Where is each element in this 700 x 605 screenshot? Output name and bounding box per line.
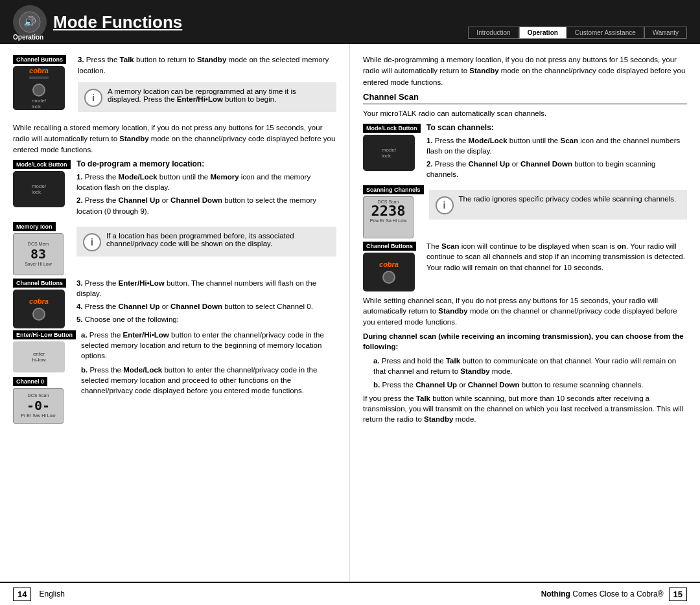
device-knob-2 <box>32 308 45 321</box>
cobra-device-1: cobra mode/lock <box>13 66 65 110</box>
header-nav: Introduction Operation Customer Assistan… <box>468 0 687 44</box>
to-scan-heading: To scan channels: <box>426 123 687 132</box>
sub-steps-row: Enter/Hi-Low Button enterhi-low Channel … <box>13 330 336 424</box>
deprogram-section: Mode/Lock Button mode/lock To de-program… <box>13 159 336 218</box>
deprog-para: While de-programming a memory location, … <box>363 54 687 88</box>
memory-radio-display: DCS Mem 83 Saver Hi Low <box>13 233 64 275</box>
info-icon-2: i <box>83 233 101 251</box>
info-box-2-col: i If a location has been programmed befo… <box>76 222 336 275</box>
footer-left: 14 English <box>0 588 350 601</box>
main-content: Channel Buttons cobra mode/lock 3. Press… <box>0 44 700 582</box>
step4-deprogram: 4. Press the Channel Up or Channel Down … <box>76 301 336 312</box>
device-label-mode: mode/lock <box>32 98 46 109</box>
sub-steps-text: a. Press the Enter/Hi•Low button to ente… <box>81 330 336 424</box>
step3-para: 3. Press the Talk button to return to St… <box>78 54 336 77</box>
language-label: English <box>39 589 64 599</box>
deprogram-steps: To de-program a memory location: 1. Pres… <box>76 159 336 218</box>
channel-scan-heading: Channel Scan <box>363 92 687 104</box>
page-left: Channel Buttons cobra mode/lock 3. Press… <box>0 44 350 582</box>
footer-brand-text: Nothing Comes Close to a Cobra® <box>541 589 664 599</box>
scanning-icon-col: Scanning Channels DCS Scan 2238 Pow Er S… <box>363 185 424 238</box>
device-knob <box>32 84 45 97</box>
cobra-device-2: mode/lock <box>13 171 65 207</box>
mode-lock-text-r: mode/lock <box>382 147 396 159</box>
footer-right: Nothing Comes Close to a Cobra® 15 <box>350 588 700 601</box>
device-knob-3 <box>382 271 395 284</box>
scan-icon-para: The Scan icon will continue to be displa… <box>426 241 687 272</box>
scan-intro: Your microTALK radio can automatically s… <box>363 108 687 119</box>
channel-buttons-icon-col: Channel Buttons cobra <box>363 241 421 291</box>
info-text-1: A memory location can be reprogrammed at… <box>108 87 330 103</box>
scan-icon-col: Mode/Lock Button mode/lock <box>363 123 421 182</box>
enter-hilow-device: enterhi-low <box>13 341 65 372</box>
cobra-device-4: mode/lock <box>363 135 415 171</box>
during-bold-para: During channel scan (while receiving an … <box>363 331 687 352</box>
step3-deprogram: 3. Press the Enter/Hi•Low button. The ch… <box>76 278 336 299</box>
scan-steps-text: To scan channels: 1. Press the Mode/Lock… <box>426 123 687 182</box>
memory-icon-label: Memory Icon <box>13 222 56 231</box>
mode-lock-text: mode/lock <box>32 183 46 195</box>
scan-step2: 2. Press the Channel Up or Channel Down … <box>426 159 687 179</box>
cobra-device-5: cobra <box>363 253 415 291</box>
deprogram-heading: To de-program a memory location: <box>76 159 336 168</box>
memory-screen: DCS Mem 83 Saver Hi Low <box>25 242 52 266</box>
sub-b-scan: b. Press the Channel Up or Channel Down … <box>363 380 687 390</box>
memory-icon-row: Memory Icon DCS Mem 83 Saver Hi Low i If… <box>13 222 336 275</box>
page-right: While de-programming a memory location, … <box>350 44 700 582</box>
page-header: 🔊 Mode Functions Operation Introduction … <box>0 0 700 44</box>
header-section-left: Operation <box>13 34 43 41</box>
info-icon-scan: i <box>436 196 454 214</box>
info-box-2: i If a location has been programmed befo… <box>76 227 336 257</box>
step2-deprogram: 2. Press the Channel Up or Channel Down … <box>76 195 336 216</box>
setting-para: While setting channel scan, if you do no… <box>363 295 687 326</box>
nav-tab-warranty[interactable]: Warranty <box>644 27 687 39</box>
steps345-text: 3. Press the Enter/Hi•Low button. The ch… <box>76 278 336 328</box>
nav-tab-operation[interactable]: Operation <box>519 27 566 39</box>
scanning-display: DCS Scan 2238 Pow Er Sa Hi Low <box>363 196 414 238</box>
memory-icon-col: Memory Icon DCS Mem 83 Saver Hi Low <box>13 222 71 275</box>
channel-0-display: DCS Scan -0- Pr Er Sav Hi Low <box>13 388 64 424</box>
svg-text:🔊: 🔊 <box>23 16 36 28</box>
info-icon-1: i <box>84 89 102 107</box>
cobra-device-3: cobra <box>13 290 65 328</box>
header-title: Mode Functions <box>53 12 182 32</box>
step3-icon-col: Channel Buttons cobra mode/lock <box>13 54 71 110</box>
info-text-2: If a location has been programmed before… <box>106 232 330 247</box>
page-num-left: 14 <box>13 588 31 601</box>
scan-info-col: i The radio ignores specific privacy cod… <box>429 185 687 238</box>
recall-para: While recalling a stored memory location… <box>13 122 336 156</box>
step3-section: Channel Buttons cobra mode/lock 3. Press… <box>13 54 336 117</box>
scan-continue-text: The Scan icon will continue to be displa… <box>426 241 687 291</box>
nav-tab-customer[interactable]: Customer Assistance <box>566 27 644 39</box>
info-box-1: i A memory location can be reprogrammed … <box>78 82 336 112</box>
step1-deprogram: 1. Press the Mode/Lock button until the … <box>76 172 336 192</box>
scan-continue-row: Channel Buttons cobra The Scan icon will… <box>363 241 687 291</box>
step3-text-col: 3. Press the Talk button to return to St… <box>78 54 336 117</box>
channel-buttons-label-2: Channel Buttons <box>13 279 66 288</box>
channel-buttons-label-1: Channel Buttons <box>13 55 66 64</box>
steps345-row: Channel Buttons cobra 3. Press the Enter… <box>13 278 336 328</box>
channel-buttons-label-r: Channel Buttons <box>363 242 416 251</box>
info-text-scan: The radio ignores specific privacy codes… <box>459 195 677 203</box>
nav-tab-introduction[interactable]: Introduction <box>468 27 519 39</box>
sub-b-deprogram: b. Press the Mode/Lock button to enter t… <box>81 365 336 396</box>
channel-0-label: Channel 0 <box>13 377 47 386</box>
enter-hilow-label: Enter/Hi-Low Button <box>13 330 76 339</box>
device-bar <box>29 76 49 79</box>
steps345-icon-col: Channel Buttons cobra <box>13 278 71 328</box>
deprogram-icon-col: Mode/Lock Button mode/lock <box>13 159 71 218</box>
talk-para: If you press the Talk button while scann… <box>363 393 687 424</box>
info-box-scan: i The radio ignores specific privacy cod… <box>429 190 687 220</box>
page-footer: 14 English Nothing Comes Close to a Cobr… <box>0 582 700 605</box>
scan-steps-row: Mode/Lock Button mode/lock To scan chann… <box>363 123 687 182</box>
scan-step1: 1. Press the Mode/Lock button until the … <box>426 135 687 156</box>
sub-a-scan: a. Press and hold the Talk button to com… <box>363 356 687 376</box>
step5-deprogram: 5. Choose one of the following: <box>76 314 336 325</box>
mode-lock-label-left: Mode/Lock Button <box>13 160 71 169</box>
sub-a-deprogram: a. Press the Enter/Hi•Low button to ente… <box>81 330 336 361</box>
page-num-right: 15 <box>669 588 687 601</box>
scanning-channels-label: Scanning Channels <box>363 185 424 194</box>
scanning-row: Scanning Channels DCS Scan 2238 Pow Er S… <box>363 185 687 238</box>
sub-steps-icon-col: Enter/Hi-Low Button enterhi-low Channel … <box>13 330 76 424</box>
mode-lock-label-right: Mode/Lock Button <box>363 124 421 133</box>
